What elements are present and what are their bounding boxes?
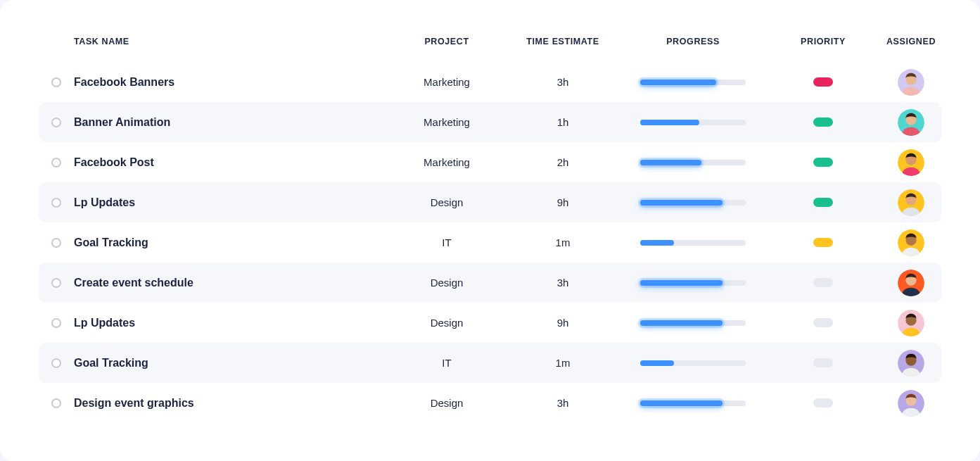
row-select-radio[interactable] — [51, 198, 61, 208]
task-project: Design — [383, 196, 510, 208]
row-select-radio[interactable] — [51, 358, 61, 368]
task-progress[interactable] — [616, 320, 770, 326]
priority-pill[interactable] — [813, 158, 833, 167]
task-time-estimate: 1h — [510, 116, 616, 128]
task-time-estimate: 1m — [510, 357, 616, 369]
table-row[interactable]: Goal Tracking IT 1m — [39, 222, 941, 263]
task-name: Create event schedule — [74, 277, 383, 289]
task-progress[interactable] — [616, 280, 770, 286]
table-row[interactable]: Lp Updates Design 9h — [39, 303, 941, 343]
priority-pill[interactable] — [813, 198, 833, 207]
row-select-radio[interactable] — [51, 118, 61, 127]
task-progress[interactable] — [616, 80, 770, 85]
row-select-radio[interactable] — [51, 278, 61, 288]
task-project: Marketing — [383, 116, 510, 128]
row-select-radio[interactable] — [51, 318, 61, 328]
task-name: Goal Tracking — [74, 357, 383, 370]
col-priority: PRIORITY — [770, 37, 876, 46]
priority-pill[interactable] — [813, 398, 833, 408]
col-time-estimate: TIME ESTIMATE — [510, 37, 616, 46]
col-task-name: TASK NAME — [74, 37, 383, 46]
avatar[interactable] — [898, 390, 924, 417]
task-project: Design — [383, 317, 510, 329]
avatar[interactable] — [898, 350, 924, 377]
task-time-estimate: 3h — [510, 76, 616, 88]
priority-pill[interactable] — [813, 77, 833, 87]
task-time-estimate: 1m — [510, 236, 616, 248]
task-table: TASK NAME PROJECT TIME ESTIMATE PROGRESS… — [39, 28, 941, 423]
task-name: Banner Animation — [74, 116, 383, 129]
task-project: Design — [383, 397, 510, 409]
priority-pill[interactable] — [813, 118, 833, 127]
avatar[interactable] — [898, 149, 924, 176]
row-select-radio[interactable] — [51, 158, 61, 168]
avatar[interactable] — [898, 229, 924, 256]
task-project: Marketing — [383, 156, 510, 168]
task-progress[interactable] — [616, 200, 770, 206]
task-project: Marketing — [383, 76, 510, 88]
task-name: Lp Updates — [74, 317, 383, 329]
task-table-panel: TASK NAME PROJECT TIME ESTIMATE PROGRESS… — [0, 0, 980, 461]
task-progress[interactable] — [616, 160, 770, 165]
table-row[interactable]: Design event graphics Design 3h — [39, 383, 941, 423]
table-row[interactable]: Banner Animation Marketing 1h — [39, 102, 941, 142]
task-project: IT — [383, 236, 510, 248]
avatar[interactable] — [898, 189, 924, 216]
avatar[interactable] — [898, 270, 924, 296]
avatar[interactable] — [898, 310, 924, 336]
table-row[interactable]: Lp Updates Design 9h — [39, 182, 941, 222]
table-row[interactable]: Facebook Post Marketing 2h — [39, 142, 941, 182]
table-row[interactable]: Goal Tracking IT 1m — [39, 343, 941, 383]
col-assigned: ASSIGNED — [876, 37, 946, 46]
avatar[interactable] — [898, 69, 924, 96]
task-project: Design — [383, 277, 510, 289]
task-time-estimate: 3h — [510, 397, 616, 409]
priority-pill[interactable] — [813, 318, 833, 327]
task-name: Lp Updates — [74, 196, 383, 209]
priority-pill[interactable] — [813, 278, 833, 287]
task-name: Design event graphics — [74, 397, 383, 410]
task-name: Facebook Banners — [74, 76, 383, 89]
priority-pill[interactable] — [813, 238, 833, 247]
task-time-estimate: 3h — [510, 277, 616, 289]
table-row[interactable]: Facebook Banners Marketing 3h — [39, 62, 941, 102]
task-progress[interactable] — [616, 120, 770, 125]
task-progress[interactable] — [616, 360, 770, 366]
task-time-estimate: 2h — [510, 156, 616, 168]
task-project: IT — [383, 357, 510, 369]
avatar[interactable] — [898, 109, 924, 136]
table-header: TASK NAME PROJECT TIME ESTIMATE PROGRESS… — [39, 28, 941, 62]
row-select-radio[interactable] — [51, 398, 61, 408]
row-select-radio[interactable] — [51, 77, 61, 87]
task-progress[interactable] — [616, 240, 770, 246]
task-name: Facebook Post — [74, 156, 383, 169]
col-project: PROJECT — [383, 37, 510, 46]
task-time-estimate: 9h — [510, 317, 616, 329]
table-row[interactable]: Create event schedule Design 3h — [39, 263, 941, 303]
task-name: Goal Tracking — [74, 236, 383, 249]
col-progress: PROGRESS — [616, 37, 770, 46]
task-progress[interactable] — [616, 400, 770, 406]
row-select-radio[interactable] — [51, 238, 61, 248]
task-time-estimate: 9h — [510, 196, 616, 208]
priority-pill[interactable] — [813, 358, 833, 367]
